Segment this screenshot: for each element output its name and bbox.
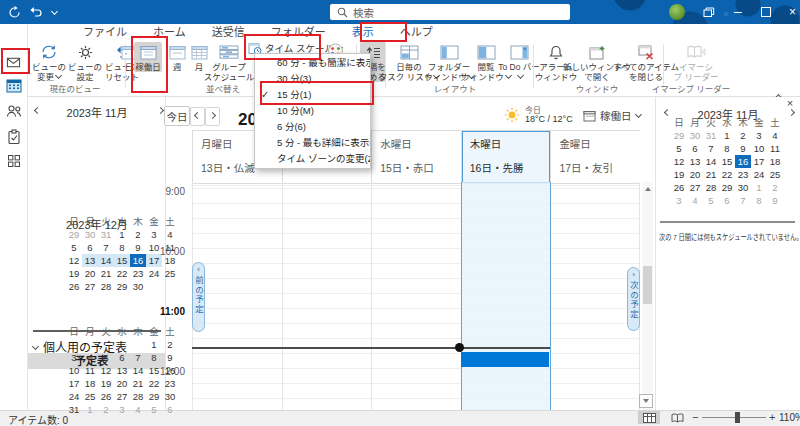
- mini-cal-day[interactable]: 22: [114, 267, 130, 280]
- day-column[interactable]: [461, 182, 551, 410]
- nav-mail-icon[interactable]: [0, 51, 27, 73]
- mini-cal-day[interactable]: 19: [66, 267, 82, 280]
- mini-cal-day[interactable]: 14: [98, 254, 114, 267]
- mini-cal-day[interactable]: 9: [735, 142, 751, 155]
- view-settings-button[interactable]: ビューの 設定: [68, 42, 102, 82]
- mini-cal-day[interactable]: 5: [671, 142, 687, 155]
- mini-cal-day[interactable]: 17: [66, 377, 82, 390]
- mini-cal-day[interactable]: 28: [98, 280, 114, 293]
- work-week-view-button[interactable]: 稼働日: [134, 42, 162, 72]
- mini-cal-day[interactable]: 6: [687, 142, 703, 155]
- mini-cal-day[interactable]: 11: [82, 364, 98, 377]
- mini-cal-day[interactable]: 31: [98, 228, 114, 241]
- mini-cal-day[interactable]: 16: [735, 155, 751, 168]
- mini-cal-day[interactable]: 3: [751, 129, 767, 142]
- mini-cal-day[interactable]: 6: [162, 403, 178, 416]
- change-view-button[interactable]: ビューの 変更: [32, 42, 66, 82]
- previous-period-button[interactable]: [190, 107, 205, 126]
- mini-cal-day[interactable]: 12: [671, 155, 687, 168]
- mini-cal-day[interactable]: 20: [82, 267, 98, 280]
- mini-cal-day[interactable]: 3: [671, 194, 687, 207]
- undo-icon[interactable]: [28, 5, 42, 19]
- mini-cal-day[interactable]: 1: [719, 129, 735, 142]
- maximize-button[interactable]: [757, 0, 775, 24]
- mini-cal-day[interactable]: 27: [82, 280, 98, 293]
- mini-cal-day[interactable]: 28: [703, 181, 719, 194]
- mini-cal-day[interactable]: 15: [146, 364, 162, 377]
- menu-item[interactable]: 6 分(6): [255, 119, 370, 135]
- mini-cal-day[interactable]: 23: [735, 168, 751, 181]
- mini-cal-day[interactable]: 4: [767, 129, 783, 142]
- mini-cal-day[interactable]: 29: [114, 280, 130, 293]
- mini-cal-day[interactable]: 12: [98, 364, 114, 377]
- mini-cal-day[interactable]: 19: [671, 168, 687, 181]
- next-appointment-tab[interactable]: › 次の予定: [627, 267, 640, 331]
- tab-ファイル[interactable]: ファイル: [70, 24, 140, 40]
- mini-cal-day[interactable]: 14: [703, 155, 719, 168]
- nav-tasks-icon[interactable]: [0, 126, 27, 148]
- mini-cal-day[interactable]: 5: [98, 351, 114, 364]
- mini-cal-day[interactable]: 24: [66, 390, 82, 403]
- mini-cal-day[interactable]: 14: [130, 364, 146, 377]
- mini-cal-day[interactable]: 5: [146, 403, 162, 416]
- mini-cal-day[interactable]: 30: [687, 129, 703, 142]
- day-header[interactable]: 水曜日15日・赤口: [371, 131, 461, 183]
- mini-cal-day[interactable]: 7: [130, 351, 146, 364]
- mini-cal-day[interactable]: 11: [162, 241, 178, 254]
- tab-ホーム[interactable]: ホーム: [140, 24, 199, 40]
- mini-cal-day[interactable]: 13: [114, 364, 130, 377]
- mini-cal-day[interactable]: 2: [767, 181, 783, 194]
- mini-cal-day[interactable]: [98, 338, 114, 351]
- mini-cal-day[interactable]: 16: [162, 364, 178, 377]
- zoom-level-label[interactable]: 110%: [779, 412, 800, 423]
- mini-cal-day[interactable]: 9: [767, 194, 783, 207]
- view-mode-selector[interactable]: 稼働日: [583, 108, 641, 123]
- restore-window-icon[interactable]: [700, 0, 718, 24]
- mini-cal-day[interactable]: 3: [66, 351, 82, 364]
- mini-cal-day[interactable]: 3: [146, 228, 162, 241]
- immersive-reader-button[interactable]: イマーシ ブ リーダー: [672, 42, 720, 82]
- mini-cal-day[interactable]: [162, 280, 178, 293]
- tab-ヘルプ[interactable]: ヘルプ: [387, 24, 446, 40]
- mini-cal-day[interactable]: 22: [719, 168, 735, 181]
- day-header[interactable]: 金曜日17日・友引: [550, 131, 640, 183]
- previous-appointment-tab[interactable]: ‹ 前の予定: [192, 262, 205, 332]
- nav-more-apps-icon[interactable]: [0, 150, 27, 172]
- mini-cal-day[interactable]: 21: [98, 267, 114, 280]
- mini-cal-day[interactable]: 26: [671, 181, 687, 194]
- mini-cal-day[interactable]: 9: [130, 241, 146, 254]
- mini-cal-day[interactable]: 2: [735, 129, 751, 142]
- mini-cal-day[interactable]: [82, 338, 98, 351]
- mini-cal-day[interactable]: 27: [687, 181, 703, 194]
- mini-cal-day[interactable]: 30: [130, 280, 146, 293]
- tab-送受信[interactable]: 送受信: [199, 24, 258, 40]
- close-todo-bar-icon[interactable]: ×: [784, 97, 796, 109]
- mini-cal-day[interactable]: 17: [751, 155, 767, 168]
- mini-cal-day[interactable]: 13: [82, 254, 98, 267]
- mini-cal-day[interactable]: [114, 338, 130, 351]
- mini-cal-day[interactable]: 11: [767, 142, 783, 155]
- day-column[interactable]: [192, 182, 282, 410]
- next-period-button[interactable]: [205, 107, 220, 126]
- today-button[interactable]: 今日: [164, 106, 190, 126]
- menu-item[interactable]: ✓15 分(1): [255, 87, 370, 103]
- mini-cal-day[interactable]: 4: [82, 351, 98, 364]
- mini-cal-day[interactable]: 29: [146, 390, 162, 403]
- mini-cal-day[interactable]: 30: [82, 228, 98, 241]
- nav-calendar-icon[interactable]: [0, 74, 27, 96]
- mini-cal-day[interactable]: 22: [146, 377, 162, 390]
- mini-cal-day[interactable]: 23: [162, 377, 178, 390]
- mini-cal-day[interactable]: [146, 280, 162, 293]
- mini-cal-day[interactable]: 10: [66, 364, 82, 377]
- mini-cal-day[interactable]: 18: [82, 377, 98, 390]
- mini-cal-day[interactable]: [130, 338, 146, 351]
- day-column[interactable]: [282, 182, 372, 410]
- mini-cal-day[interactable]: 3: [114, 403, 130, 416]
- user-avatar[interactable]: [669, 4, 685, 20]
- tab-表示[interactable]: 表示: [339, 24, 387, 40]
- mini-cal-day[interactable]: 1: [82, 403, 98, 416]
- mini-cal-day[interactable]: 18: [162, 254, 178, 267]
- zoom-out-button[interactable]: −: [692, 411, 698, 424]
- mini-cal-day[interactable]: 8: [146, 351, 162, 364]
- scroll-down-button[interactable]: [639, 394, 653, 408]
